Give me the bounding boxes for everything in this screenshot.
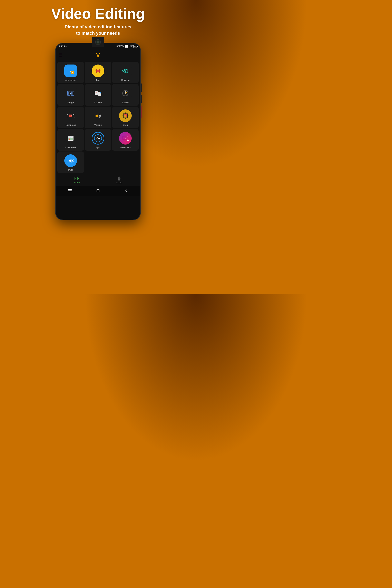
reverse-icon bbox=[119, 64, 132, 77]
grid-item-speed[interactable]: Speed bbox=[112, 84, 139, 106]
svg-rect-80 bbox=[68, 190, 72, 191]
audio-nav-label: Audio bbox=[116, 181, 122, 184]
svg-text:GIF: GIF bbox=[70, 136, 72, 138]
power-button bbox=[141, 106, 142, 118]
phone-mockup: 9:13 PM 0.1KB/s ▐▌▌ 98 ☰ V bbox=[55, 43, 141, 220]
create-gif-icon: GIF bbox=[64, 132, 77, 144]
grid-item-add-music[interactable]: ♪ + Add music bbox=[57, 62, 84, 83]
svg-text:AVI: AVI bbox=[99, 93, 101, 94]
grid-item-watermark[interactable]: W Watermark bbox=[112, 129, 139, 151]
volume-icon bbox=[92, 110, 104, 122]
hamburger-menu-icon[interactable]: ☰ bbox=[59, 53, 62, 57]
network-speed: 0.1KB/s bbox=[116, 45, 124, 47]
mute-label: Mute bbox=[68, 169, 73, 171]
grid-item-reverse[interactable]: Reverse bbox=[112, 62, 139, 83]
bottom-navigation: Video Audio bbox=[56, 174, 140, 186]
grid-item-create-gif[interactable]: GIF Create GIF bbox=[57, 129, 84, 151]
svg-text:+: + bbox=[70, 93, 71, 94]
compress-icon bbox=[64, 110, 77, 122]
trim-label: Trim bbox=[96, 79, 100, 81]
grid-item-crop[interactable]: Crop bbox=[112, 106, 139, 128]
add-music-icon: ♪ + bbox=[64, 64, 77, 77]
grid-item-convert[interactable]: MP4 AVI Convert bbox=[85, 84, 111, 106]
svg-rect-81 bbox=[68, 192, 72, 192]
system-navigation bbox=[56, 186, 140, 196]
nav-item-video[interactable]: Video bbox=[74, 176, 80, 184]
grid-item-merge[interactable]: + Merge bbox=[57, 84, 84, 106]
video-nav-label: Video bbox=[74, 181, 80, 184]
phone-body: 9:13 PM 0.1KB/s ▐▌▌ 98 ☰ V bbox=[55, 43, 141, 220]
nav-home-button[interactable] bbox=[96, 188, 100, 193]
status-right: 0.1KB/s ▐▌▌ 98 bbox=[116, 45, 137, 48]
app-logo: V bbox=[96, 52, 100, 58]
nav-menu-button[interactable] bbox=[68, 188, 72, 193]
features-grid: ♪ + Add music bbox=[56, 61, 140, 174]
svg-rect-79 bbox=[68, 189, 72, 190]
vol-up-button bbox=[141, 84, 142, 92]
convert-label: Convert bbox=[94, 101, 102, 104]
page-title: Video Editing bbox=[51, 6, 145, 22]
speed-icon bbox=[119, 87, 132, 100]
camera-bump bbox=[92, 37, 104, 47]
trim-icon bbox=[92, 64, 104, 77]
svg-text:MP4: MP4 bbox=[95, 92, 98, 94]
signal-icon: ▐▌▌ bbox=[124, 45, 129, 47]
grid-item-volume[interactable]: Volume bbox=[85, 106, 111, 128]
compress-label: Compress bbox=[66, 124, 76, 126]
create-gif-label: Create GIF bbox=[65, 146, 76, 149]
convert-icon: MP4 AVI bbox=[92, 87, 104, 100]
split-icon bbox=[92, 132, 104, 144]
wifi-icon bbox=[130, 45, 132, 48]
nav-item-audio[interactable]: Audio bbox=[116, 176, 122, 184]
svg-text:W: W bbox=[124, 137, 126, 139]
svg-text:+: + bbox=[72, 71, 73, 74]
merge-icon: + bbox=[64, 87, 77, 100]
reverse-label: Reverse bbox=[121, 79, 130, 81]
crop-label: Crop bbox=[123, 124, 128, 126]
svg-rect-82 bbox=[97, 190, 99, 192]
empty-cell-1 bbox=[85, 152, 111, 173]
svg-rect-73 bbox=[75, 177, 78, 180]
camera-lens bbox=[95, 39, 101, 45]
page-subtitle: Plenty of video editing featuresto match… bbox=[65, 24, 131, 36]
battery-indicator: 98 bbox=[133, 45, 137, 48]
speed-label: Speed bbox=[122, 101, 128, 104]
grid-item-trim[interactable]: Trim bbox=[85, 62, 111, 83]
app-header: ☰ V bbox=[56, 50, 140, 61]
watermark-label: Watermark bbox=[120, 146, 131, 149]
merge-label: Merge bbox=[68, 101, 74, 104]
mute-icon bbox=[64, 154, 77, 167]
empty-cell-2 bbox=[112, 152, 139, 173]
watermark-icon: W bbox=[119, 132, 132, 144]
grid-item-split[interactable]: Split bbox=[85, 129, 111, 151]
split-label: Split bbox=[96, 146, 100, 149]
crop-icon bbox=[119, 110, 132, 122]
volume-label: Volume bbox=[94, 124, 102, 126]
status-time: 9:13 PM bbox=[59, 45, 68, 48]
add-music-label: Add music bbox=[65, 79, 76, 81]
grid-item-compress[interactable]: Compress bbox=[57, 106, 84, 128]
svg-marker-74 bbox=[78, 178, 79, 179]
grid-item-mute[interactable]: Mute bbox=[57, 152, 84, 173]
nav-back-button[interactable] bbox=[124, 188, 128, 193]
svg-point-4 bbox=[94, 67, 102, 75]
vol-down-button bbox=[141, 95, 142, 103]
